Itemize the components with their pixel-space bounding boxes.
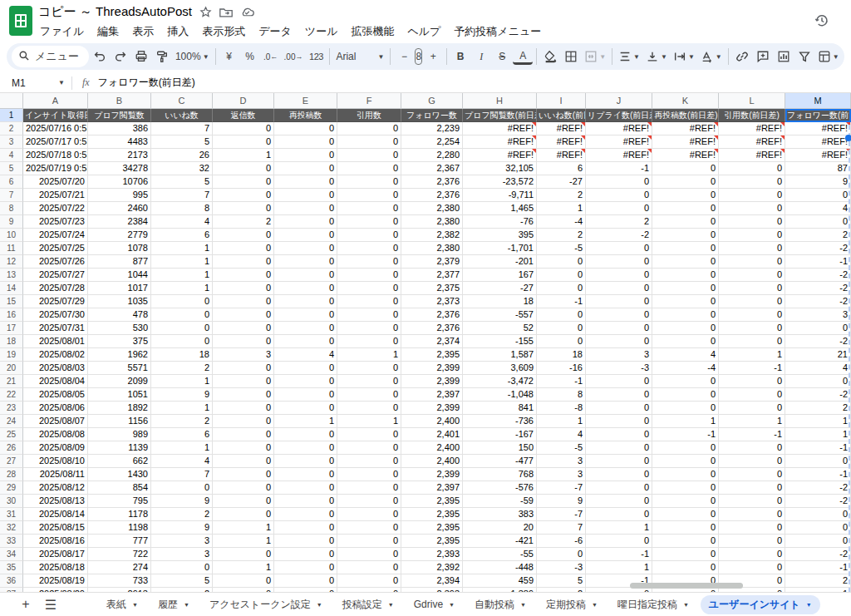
cell-E24[interactable]: 1: [274, 415, 337, 428]
cell-M3[interactable]: #REF!: [785, 136, 851, 149]
cell-G21[interactable]: 2,399: [401, 375, 463, 388]
cell-F9[interactable]: 0: [337, 215, 401, 229]
cell-E8[interactable]: 0: [274, 202, 337, 215]
cell-A31[interactable]: 2025/08/14: [23, 508, 88, 521]
cell-C24[interactable]: 2: [151, 415, 213, 428]
cell-A14[interactable]: 2025/07/28: [23, 282, 88, 295]
cell-B4[interactable]: 2173: [88, 149, 151, 162]
row-header-18[interactable]: 18: [0, 335, 23, 348]
cell-E23[interactable]: 0: [274, 402, 337, 415]
cell-H30[interactable]: -59: [463, 495, 537, 508]
cell-B7[interactable]: 995: [88, 189, 151, 202]
cell-G35[interactable]: 2,392: [401, 561, 463, 574]
sheet-tab-自動投稿[interactable]: 自動投稿▼: [466, 595, 534, 614]
cell-D17[interactable]: 0: [213, 322, 274, 335]
cell-H35[interactable]: -448: [463, 561, 537, 574]
cell-G12[interactable]: 2,379: [401, 255, 463, 269]
cell-E2[interactable]: 0: [274, 122, 337, 136]
cell-I19[interactable]: 18: [537, 348, 586, 362]
row-header-12[interactable]: 12: [0, 255, 23, 269]
cell-J9[interactable]: 2: [586, 215, 652, 229]
cell-J17[interactable]: 0: [586, 322, 652, 335]
cell-L7[interactable]: 0: [719, 189, 785, 202]
cell-D35[interactable]: 1: [213, 561, 274, 574]
cell-H1[interactable]: プロフ閲覧数(前日差): [463, 109, 537, 122]
italic-button[interactable]: I: [471, 47, 491, 67]
cell-H29[interactable]: -576: [463, 481, 537, 495]
cell-E35[interactable]: 0: [274, 561, 337, 574]
cell-H5[interactable]: 32,105: [463, 162, 537, 175]
cell-K9[interactable]: 0: [652, 215, 719, 229]
cell-F2[interactable]: 0: [337, 122, 401, 136]
sheet-tab-表紙[interactable]: 表紙▼: [98, 595, 146, 614]
cell-D9[interactable]: 2: [213, 215, 274, 229]
cell-E30[interactable]: 0: [274, 495, 337, 508]
cell-I18[interactable]: 0: [537, 335, 586, 348]
cell-B25[interactable]: 989: [88, 428, 151, 441]
currency-format-button[interactable]: ¥: [219, 47, 239, 67]
cell-B11[interactable]: 1078: [88, 242, 151, 255]
row-header-24[interactable]: 24: [0, 415, 23, 428]
cell-E4[interactable]: 0: [274, 149, 337, 162]
cell-G4[interactable]: 2,280: [401, 149, 463, 162]
cell-F23[interactable]: 0: [337, 402, 401, 415]
menu-item-表示形式[interactable]: 表示形式: [195, 22, 252, 41]
cell-A2[interactable]: 2025/07/16 0:53: [23, 122, 88, 136]
cell-C9[interactable]: 4: [151, 215, 213, 229]
cell-F32[interactable]: 0: [337, 521, 401, 535]
row-header-15[interactable]: 15: [0, 295, 23, 308]
cell-F10[interactable]: 0: [337, 229, 401, 242]
cell-D28[interactable]: 0: [213, 468, 274, 481]
cell-D19[interactable]: 3: [213, 348, 274, 362]
cell-C1[interactable]: いいね数: [151, 109, 213, 122]
cell-A1[interactable]: インサイト取得日時: [23, 109, 88, 122]
cell-H11[interactable]: -1,701: [463, 242, 537, 255]
font-size-input[interactable]: 8: [415, 48, 422, 65]
cell-I30[interactable]: 9: [537, 495, 586, 508]
cell-B28[interactable]: 1430: [88, 468, 151, 481]
fill-handle[interactable]: [845, 135, 851, 141]
font-select[interactable]: Arial▼: [333, 47, 386, 67]
decrease-decimal-button[interactable]: .0←: [261, 47, 281, 67]
cell-I6[interactable]: -27: [537, 175, 586, 189]
cell-C15[interactable]: 0: [151, 295, 213, 308]
cell-E25[interactable]: 0: [274, 428, 337, 441]
cell-A29[interactable]: 2025/08/12: [23, 481, 88, 495]
cell-M8[interactable]: 4: [785, 202, 851, 215]
all-sheets-icon[interactable]: ☰: [38, 597, 63, 613]
cell-I22[interactable]: 8: [537, 388, 586, 402]
cell-D13[interactable]: 0: [213, 269, 274, 282]
cell-I33[interactable]: -6: [537, 535, 586, 548]
cell-M4[interactable]: #REF!: [785, 149, 851, 162]
cell-C29[interactable]: 0: [151, 481, 213, 495]
select-all-corner[interactable]: [0, 93, 23, 109]
cell-K6[interactable]: 0: [652, 175, 719, 189]
row-header-34[interactable]: 34: [0, 548, 23, 561]
cell-G1[interactable]: フォロワー数: [401, 109, 463, 122]
cell-K14[interactable]: 0: [652, 282, 719, 295]
cell-M30[interactable]: -2: [785, 495, 851, 508]
functions-button[interactable]: Σ: [843, 47, 844, 67]
cell-M21[interactable]: 0: [785, 375, 851, 388]
row-header-7[interactable]: 7: [0, 189, 23, 202]
cell-G22[interactable]: 2,397: [401, 388, 463, 402]
cell-G23[interactable]: 2,399: [401, 402, 463, 415]
column-header-F[interactable]: F: [337, 93, 401, 109]
cell-D32[interactable]: 1: [213, 521, 274, 535]
cell-J33[interactable]: 0: [586, 535, 652, 548]
cell-I10[interactable]: 2: [537, 229, 586, 242]
cell-J2[interactable]: #REF!: [586, 122, 652, 136]
cell-L4[interactable]: #REF!: [719, 149, 785, 162]
cell-I13[interactable]: 0: [537, 269, 586, 282]
cell-F14[interactable]: 0: [337, 282, 401, 295]
cell-J28[interactable]: 0: [586, 468, 652, 481]
cell-M22[interactable]: -2: [785, 388, 851, 402]
cell-D33[interactable]: 1: [213, 535, 274, 548]
row-header-32[interactable]: 32: [0, 521, 23, 535]
cell-E15[interactable]: 0: [274, 295, 337, 308]
cell-K32[interactable]: 0: [652, 521, 719, 535]
cell-G7[interactable]: 2,376: [401, 189, 463, 202]
cell-G34[interactable]: 2,393: [401, 548, 463, 561]
cell-F13[interactable]: 0: [337, 269, 401, 282]
cell-C35[interactable]: 0: [151, 561, 213, 574]
